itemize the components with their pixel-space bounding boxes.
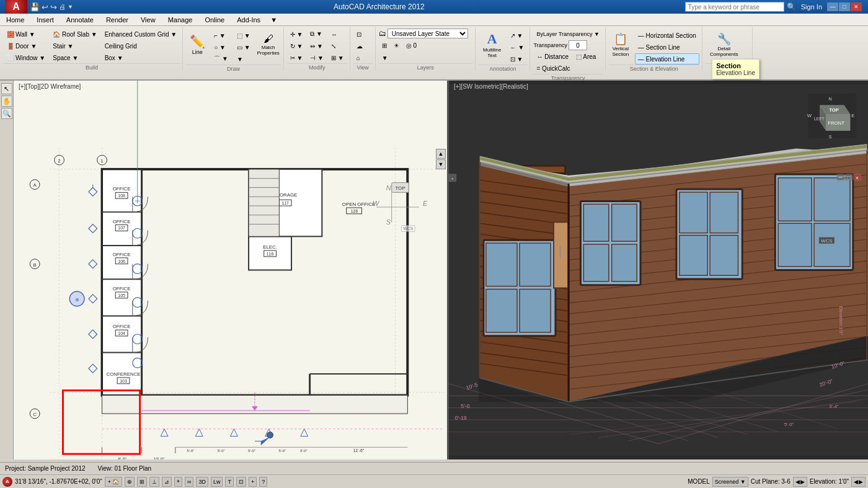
section-tooltip: Section Elevation Line xyxy=(712,59,760,79)
move-button[interactable]: ✛ ▼ xyxy=(287,29,306,40)
screened-select[interactable]: Screened ▼ xyxy=(712,477,748,487)
minimize-button[interactable]: — xyxy=(827,2,838,11)
draw-more3[interactable]: ▼ xyxy=(234,53,254,64)
ortho-button[interactable]: ⊥ xyxy=(149,477,159,487)
circle-button[interactable]: ○ ▼ xyxy=(211,42,231,53)
allow-3d-button[interactable]: 3D xyxy=(196,477,208,487)
annotation-btn3[interactable]: ⊡ ▼ xyxy=(507,53,528,64)
view-btn1[interactable]: ⊡ xyxy=(353,29,365,40)
rotate-button[interactable]: ↻ ▼ xyxy=(287,40,306,51)
detail-components-button[interactable]: 🔧 DetailComponents xyxy=(706,29,743,61)
layer-btn3[interactable]: ◎ 0 xyxy=(403,40,420,51)
ceiling-grid-button[interactable]: Ceiling Grid xyxy=(102,40,180,51)
menu-render[interactable]: Render xyxy=(100,14,135,25)
grid-button[interactable]: ⊞ xyxy=(137,477,147,487)
match-properties-button[interactable]: 🖌 MatchProperties xyxy=(256,29,281,61)
svg-text:S: S xyxy=(829,134,832,140)
restore-button[interactable]: □ xyxy=(839,2,850,11)
transparency-value-input[interactable] xyxy=(569,40,587,50)
draw-more1[interactable]: ⬚ ▼ xyxy=(234,30,254,41)
qat-dropdown-icon[interactable]: ▼ xyxy=(68,4,73,10)
plot-icon[interactable]: 🖨 xyxy=(59,3,66,11)
elevation-line-button[interactable]: — Elevation Line xyxy=(635,53,699,64)
pan-up-button[interactable]: ▲ xyxy=(436,149,446,159)
copy-button[interactable]: ⧉ ▼ xyxy=(307,29,327,40)
window-button[interactable]: ⬜ Window ▼ xyxy=(4,52,48,63)
extend-button[interactable]: ⊣ ▼ xyxy=(307,52,327,63)
window-controls: — □ ✕ xyxy=(827,2,862,11)
bylayer-transparency-button[interactable]: ByLayer Transparency ▼ xyxy=(533,29,602,40)
line-button[interactable]: ✏️ Line xyxy=(186,29,208,61)
wall-button[interactable]: 🧱 Wall ▼ xyxy=(4,29,48,40)
scale-button[interactable]: ⤡ xyxy=(328,40,347,51)
osnap-button[interactable]: ⌖ xyxy=(174,477,182,487)
lineweight-button[interactable]: Lw xyxy=(211,477,223,487)
model-button[interactable]: +🏠 xyxy=(105,477,122,487)
close-button[interactable]: ✕ xyxy=(851,2,862,11)
roof-slab-button[interactable]: 🏠 Roof Slab ▼ xyxy=(50,29,100,40)
svg-text:OFFICE: OFFICE xyxy=(113,252,131,257)
polar-button[interactable]: ⊿ xyxy=(162,477,172,487)
section-line-button[interactable]: — Section Line xyxy=(635,42,699,53)
space-button[interactable]: Space ▼ xyxy=(50,52,100,63)
redo-icon[interactable]: ↪ xyxy=(50,2,57,12)
quickcalc-button[interactable]: = QuickCalc xyxy=(533,63,602,74)
svg-rect-215 xyxy=(520,243,551,286)
layer-btn2[interactable]: ☀ xyxy=(391,40,402,51)
draw-more2[interactable]: ▭ ▼ xyxy=(234,42,254,53)
undo-icon[interactable]: ↩ xyxy=(42,2,48,12)
horizontal-section-button[interactable]: — Horizontal Section xyxy=(635,30,699,41)
pan-down-button[interactable]: ▼ xyxy=(436,159,446,169)
menu-manage[interactable]: Manage xyxy=(162,14,199,25)
trim-button[interactable]: ✂ ▼ xyxy=(287,52,306,63)
dynamic-input-btn[interactable]: + xyxy=(249,477,257,487)
menu-insert[interactable]: Insert xyxy=(30,14,60,25)
view-btn3[interactable]: ⌂ xyxy=(353,52,363,63)
otrack-button[interactable]: ∞ xyxy=(185,477,193,487)
transparency-btn[interactable]: T xyxy=(225,477,234,487)
stair-button[interactable]: Stair ▼ xyxy=(50,40,100,51)
search-icon[interactable]: 🔍 xyxy=(787,2,796,11)
snap-button[interactable]: ⊕ xyxy=(125,477,135,487)
menu-addins[interactable]: Add-Ins xyxy=(231,14,267,25)
viewport-3d[interactable]: [+][SW Isometric][Realistic] xyxy=(449,81,868,459)
menu-online[interactable]: Online xyxy=(198,14,231,25)
ribbon-group-modify: ✛ ▼ ↻ ▼ ✂ ▼ ⧉ ▼ ⇔ ▼ ⊣ ▼ ↔ ⤡ ⊞ ▼ xyxy=(285,27,350,71)
tool-pan[interactable]: ✋ xyxy=(1,95,12,107)
layer-state-select[interactable]: Unsaved Layer State xyxy=(388,29,468,38)
save-icon[interactable]: 💾 xyxy=(30,2,40,12)
svg-text:TOP: TOP xyxy=(395,185,405,191)
tool-zoom[interactable]: 🔍 xyxy=(1,108,12,119)
polyline-button[interactable]: ⌐ ▼ xyxy=(211,30,231,41)
array-button[interactable]: ⊞ ▼ xyxy=(328,52,347,63)
view-btn2[interactable]: ☁ xyxy=(353,40,366,51)
search-input[interactable] xyxy=(685,2,784,12)
elevation-controls[interactable]: ◀▶ xyxy=(851,477,866,487)
cut-plane-controls[interactable]: ◀▶ xyxy=(793,477,807,487)
box-button[interactable]: Box ▼ xyxy=(102,52,180,63)
layer-btn4[interactable]: ▼ xyxy=(379,52,391,63)
sign-in-button[interactable]: Sign In xyxy=(801,3,822,11)
app-menu-button[interactable]: A xyxy=(5,0,27,14)
menu-view[interactable]: View xyxy=(135,14,162,25)
menu-home[interactable]: Home xyxy=(0,14,30,25)
vertical-section-button[interactable]: 📋 VerticalSection xyxy=(609,29,632,61)
stretch-button[interactable]: ↔ xyxy=(328,29,347,40)
distance-button[interactable]: ↔ Distance xyxy=(533,51,572,62)
tool-select[interactable]: ↖ xyxy=(1,83,12,94)
selection-cycle-btn[interactable]: ⊡ xyxy=(236,477,246,487)
menu-annotate[interactable]: Annotate xyxy=(60,14,100,25)
door-button[interactable]: 🚪 Door ▼ xyxy=(4,40,48,51)
annotation-btn1[interactable]: ↗ ▼ xyxy=(507,30,528,41)
menu-extra[interactable]: ▼ xyxy=(267,14,281,25)
area-button[interactable]: ⬚ Area xyxy=(573,51,599,62)
arc-button[interactable]: ⌒ ▼ xyxy=(211,53,231,64)
qp-btn[interactable]: ? xyxy=(259,477,267,487)
viewport-2d[interactable]: [+][Top][2D Wireframe] 2 1 A xyxy=(14,81,449,459)
enhanced-custom-grid-button[interactable]: Enhanced Custom Grid ▼ xyxy=(102,29,180,40)
multiline-text-button[interactable]: A MultilineText xyxy=(479,29,506,61)
mirror-button[interactable]: ⇔ ▼ xyxy=(307,40,327,51)
layer-btn1[interactable]: ⊞ xyxy=(379,40,390,51)
annotation-btn2[interactable]: ← ▼ xyxy=(507,42,528,53)
left-toolbar: ↖ ✋ 🔍 xyxy=(0,81,14,459)
